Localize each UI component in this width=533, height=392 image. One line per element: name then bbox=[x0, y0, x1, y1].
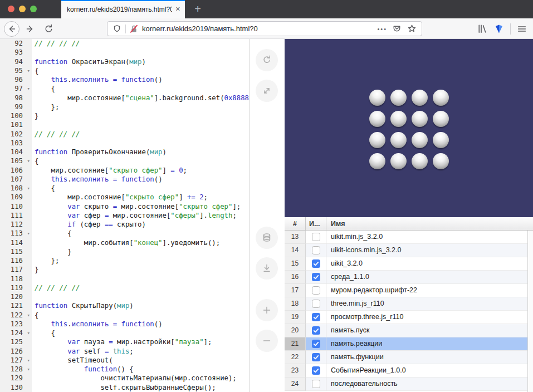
database-button[interactable] bbox=[256, 227, 278, 249]
fold-toggle-icon[interactable]: ▾ bbox=[27, 365, 30, 374]
sphere[interactable] bbox=[412, 111, 428, 127]
code-line[interactable]: 126 var self = this; bbox=[0, 347, 249, 356]
sphere[interactable] bbox=[433, 111, 449, 127]
sphere[interactable] bbox=[369, 132, 385, 148]
expand-button[interactable] bbox=[256, 80, 278, 102]
table-scrollbar[interactable] bbox=[527, 231, 533, 392]
row-checkbox[interactable] bbox=[312, 300, 320, 308]
row-checkbox[interactable] bbox=[312, 246, 320, 254]
fold-toggle-icon[interactable]: ▾ bbox=[27, 329, 30, 337]
row-checkbox[interactable] bbox=[312, 313, 320, 321]
header-name[interactable]: Имя bbox=[326, 217, 533, 230]
table-row[interactable]: 22память.функции bbox=[285, 351, 533, 364]
add-button[interactable] bbox=[256, 299, 278, 321]
url-bar[interactable]: kornerr.ru/ekids2019/память.html?0 ••• bbox=[107, 21, 422, 36]
library-icon[interactable] bbox=[476, 23, 488, 35]
fold-toggle-icon[interactable]: ▾ bbox=[27, 184, 30, 193]
table-row[interactable]: 20память.пуск bbox=[285, 324, 533, 337]
table-row[interactable]: 24последовательность bbox=[285, 378, 533, 391]
sphere[interactable] bbox=[433, 90, 449, 106]
new-tab-button[interactable]: + bbox=[190, 1, 206, 17]
row-checkbox[interactable] bbox=[312, 259, 320, 268]
table-row[interactable]: 14uikit-icons.min.js_3.2.0 bbox=[285, 244, 533, 257]
code-line[interactable]: 123 this.исполнить = function() bbox=[0, 320, 249, 329]
table-row[interactable]: 19просмотр.three.js_r110 bbox=[285, 311, 533, 324]
insecure-lock-icon[interactable] bbox=[129, 24, 139, 33]
table-row[interactable]: 23СобытияРеакции_1.0.0 bbox=[285, 364, 533, 378]
sphere[interactable] bbox=[412, 90, 428, 106]
code-line[interactable]: 97▾ { bbox=[0, 84, 249, 93]
code-line[interactable]: 108▾ { bbox=[0, 184, 249, 193]
sphere[interactable] bbox=[390, 132, 407, 148]
minimize-window-button[interactable] bbox=[19, 6, 26, 12]
row-checkbox[interactable] bbox=[312, 286, 320, 295]
extension-icon[interactable] bbox=[493, 23, 505, 35]
code-line[interactable]: 116 }; bbox=[0, 256, 249, 265]
header-execute[interactable]: И... bbox=[306, 217, 326, 230]
fold-toggle-icon[interactable]: ▾ bbox=[27, 156, 30, 165]
code-line[interactable]: 92// // // // bbox=[0, 39, 249, 48]
code-line[interactable]: 114 мир.события["конец"].уведомить(); bbox=[0, 238, 249, 247]
sphere[interactable] bbox=[412, 153, 428, 169]
code-line[interactable]: 95▾{ bbox=[0, 66, 249, 75]
tracking-protection-shield-icon[interactable] bbox=[112, 24, 122, 34]
code-line[interactable]: 107 this.исполнить = function() bbox=[0, 175, 249, 184]
table-row[interactable]: 15uikit_3.2.0 bbox=[285, 257, 533, 271]
zoom-window-button[interactable] bbox=[30, 6, 37, 12]
reload-button[interactable] bbox=[42, 23, 55, 35]
row-checkbox[interactable] bbox=[312, 380, 320, 388]
code-line[interactable]: 125 var пауза = мир.настройки["пауза"]; bbox=[0, 337, 249, 346]
code-line[interactable]: 121function СкрытьПару(мир) bbox=[0, 301, 249, 310]
sphere[interactable] bbox=[390, 111, 407, 127]
code-line[interactable]: 115 } bbox=[0, 247, 249, 256]
sphere[interactable] bbox=[412, 132, 428, 148]
download-button[interactable] bbox=[256, 257, 278, 280]
code-line[interactable]: 96 this.исполнить = function() bbox=[0, 75, 249, 84]
code-line[interactable]: 130 self.скрытьВыбранныеСферы(); bbox=[0, 383, 249, 392]
refresh-button[interactable] bbox=[256, 49, 278, 71]
url-text[interactable]: kornerr.ru/ekids2019/память.html?0 bbox=[142, 24, 375, 33]
code-line[interactable]: 112 if (сфер == скрыто) bbox=[0, 220, 249, 229]
code-line[interactable]: 117} bbox=[0, 265, 249, 274]
fold-toggle-icon[interactable]: ▾ bbox=[27, 311, 30, 320]
code-editor[interactable]: 92// // // //9394function ОкраситьЭкран(… bbox=[0, 39, 250, 392]
table-row[interactable]: 18three.min.js_r110 bbox=[285, 297, 533, 311]
code-line[interactable]: 113▾ { bbox=[0, 229, 249, 238]
back-button[interactable] bbox=[4, 21, 19, 37]
row-checkbox[interactable] bbox=[312, 273, 320, 281]
code-line[interactable]: 105▾{ bbox=[0, 156, 249, 165]
sphere[interactable] bbox=[369, 153, 385, 169]
browser-tab[interactable]: kornerr.ru/ekids2019/память.html?0 ✕ bbox=[61, 0, 185, 18]
table-row[interactable]: 21память.реакции bbox=[285, 337, 533, 351]
code-line[interactable]: 118 bbox=[0, 275, 249, 283]
code-line[interactable]: 109 мир.состояние["скрыто сфер"] += 2; bbox=[0, 193, 249, 202]
menu-hamburger-icon[interactable] bbox=[516, 23, 527, 35]
table-row[interactable]: 13uikit.min.js_3.2.0 bbox=[285, 231, 533, 244]
code-line[interactable]: 120 bbox=[0, 292, 249, 301]
bookmark-star-icon[interactable] bbox=[407, 23, 417, 34]
fold-toggle-icon[interactable]: ▾ bbox=[27, 356, 30, 365]
code-line[interactable]: 119// // // // bbox=[0, 283, 249, 292]
sphere[interactable] bbox=[390, 90, 407, 106]
sphere[interactable] bbox=[390, 153, 407, 169]
code-line[interactable]: 99 }; bbox=[0, 102, 249, 111]
fold-toggle-icon[interactable]: ▾ bbox=[27, 66, 30, 75]
row-checkbox[interactable] bbox=[312, 340, 320, 348]
table-row[interactable]: 16среда_1.1.0 bbox=[285, 271, 533, 284]
code-line[interactable]: 101 bbox=[0, 120, 249, 129]
code-line[interactable]: 110 var скрыто = мир.состояние["скрыто с… bbox=[0, 202, 249, 211]
fold-toggle-icon[interactable]: ▾ bbox=[27, 84, 30, 93]
code-line[interactable]: 106 мир.состояние["скрыто сфер"] = 0; bbox=[0, 166, 249, 175]
webgl-canvas[interactable] bbox=[285, 39, 533, 217]
code-line[interactable]: 127▾ setTimeout( bbox=[0, 356, 249, 365]
sphere[interactable] bbox=[433, 132, 449, 148]
table-row[interactable]: 17муром.редактор.шрифт-22 bbox=[285, 284, 533, 297]
row-checkbox[interactable] bbox=[312, 366, 320, 375]
code-line[interactable]: 124▾ { bbox=[0, 329, 249, 337]
code-line[interactable]: 94function ОкраситьЭкран(мир) bbox=[0, 57, 249, 66]
code-line[interactable]: 100} bbox=[0, 111, 249, 120]
pocket-icon[interactable] bbox=[392, 23, 402, 34]
code-line[interactable]: 122▾{ bbox=[0, 311, 249, 320]
tab-close-icon[interactable]: ✕ bbox=[175, 6, 180, 13]
remove-button[interactable] bbox=[256, 330, 278, 352]
